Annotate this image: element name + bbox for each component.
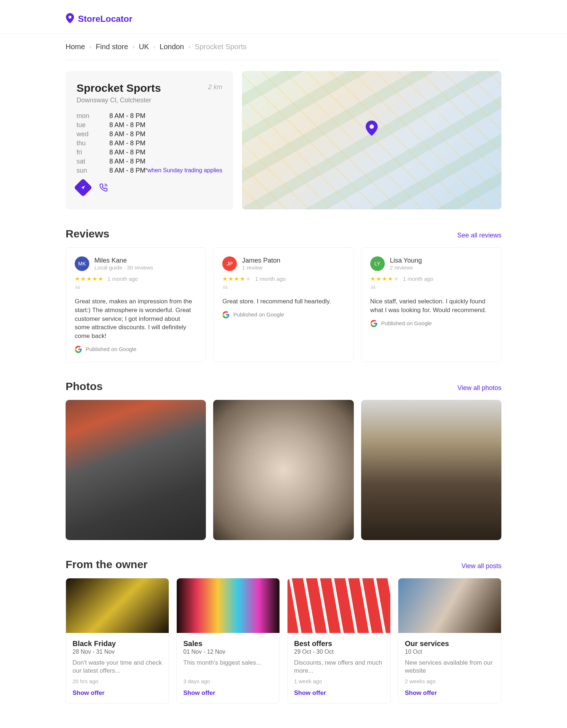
post-card: Sales 01 Nov - 12 Nov This month's bigge…	[176, 578, 280, 703]
post-date: 01 Nov - 12 Nov	[183, 649, 273, 655]
star-icon: ★	[86, 275, 91, 282]
review-text: Great store. I recommend full heartedly.	[222, 297, 344, 306]
post-description: Discounts, new offers and much more...	[294, 659, 384, 675]
quote-icon: ❝	[370, 287, 492, 292]
photos-title: Photos	[66, 380, 103, 393]
avatar: MK	[75, 256, 89, 271]
breadcrumb-current: Sprocket Sports	[195, 43, 246, 51]
star-icon: ★	[75, 275, 80, 282]
chevron-right-icon: ›	[188, 44, 190, 50]
hours-time: 8 AM - 8 PM	[109, 112, 145, 120]
chevron-right-icon: ›	[153, 44, 155, 50]
star-icon: ★	[394, 275, 399, 282]
review-rating: ★★★★★1 month ago	[222, 275, 344, 282]
post-age: 1 week ago	[294, 678, 384, 684]
reviewer-name: Lisa Young	[390, 257, 422, 264]
hours-note: *when Sunday trading applies	[77, 167, 222, 174]
star-icon: ★	[98, 275, 103, 282]
review-source: Published on Google	[222, 311, 344, 318]
view-all-photos-link[interactable]: View all photos	[457, 384, 501, 392]
review-rating: ★★★★★1 month ago	[75, 275, 197, 282]
star-icon: ★	[382, 275, 387, 282]
show-offer-link[interactable]: Show offer	[294, 689, 384, 697]
store-info-card: Sprocket Sports 2 km Downsway Cl, Colche…	[66, 71, 233, 209]
header: StoreLocator	[0, 0, 567, 34]
show-offer-link[interactable]: Show offer	[183, 689, 273, 697]
review-rating: ★★★★★1 month ago	[370, 275, 492, 282]
hours-row: mon8 AM - 8 PM	[77, 111, 222, 121]
show-offer-link[interactable]: Show offer	[73, 689, 162, 697]
avatar: JP	[222, 256, 237, 271]
star-icon: ★	[92, 275, 97, 282]
store-photo[interactable]	[213, 400, 353, 540]
post-date: 28 Nov - 31 Nov	[73, 649, 162, 655]
post-title: Our services	[405, 640, 494, 648]
hours-day: mon	[77, 112, 95, 120]
star-icon: ★	[388, 275, 393, 282]
post-age: 20 hrs ago	[73, 678, 162, 684]
store-photo[interactable]	[361, 400, 501, 540]
post-card: Black Friday 28 Nov - 31 Nov Don't waste…	[66, 578, 169, 703]
avatar: LY	[370, 256, 385, 271]
see-all-reviews-link[interactable]: See all reviews	[457, 232, 501, 239]
google-icon	[222, 311, 230, 318]
star-icon: ★	[376, 275, 381, 282]
reviewer-name: James Paton	[242, 257, 280, 264]
breadcrumb-link[interactable]: Find store	[96, 43, 128, 51]
store-photo[interactable]	[66, 400, 206, 540]
post-title: Best offers	[294, 640, 384, 648]
post-description: New services available from our website	[405, 659, 494, 675]
hours-time: 8 AM - 8 PM	[109, 167, 145, 174]
hours-time: 8 AM - 8 PM	[109, 130, 145, 138]
store-map[interactable]	[242, 71, 501, 209]
post-image[interactable]	[288, 578, 390, 633]
google-icon	[370, 320, 378, 327]
hours-day: sun	[77, 167, 95, 174]
hours-row: tue8 AM - 8 PM	[77, 121, 222, 130]
reviewer-subtitle: 1 review	[242, 264, 280, 271]
hours-time: 8 AM - 8 PM	[109, 149, 145, 156]
star-icon: ★	[228, 275, 233, 282]
brand-name[interactable]: StoreLocator	[78, 14, 132, 24]
hours-day: thu	[77, 139, 95, 147]
breadcrumb-link[interactable]: Home	[66, 43, 85, 51]
breadcrumb-link[interactable]: UK	[139, 43, 149, 51]
reviewer-subtitle: Local guide · 30 reviews	[94, 264, 153, 271]
hours-time: 8 AM - 8 PM	[109, 121, 145, 129]
view-all-posts-link[interactable]: View all posts	[461, 562, 501, 570]
chevron-right-icon: ›	[89, 44, 91, 50]
breadcrumb-link[interactable]: London	[160, 43, 184, 51]
post-image[interactable]	[398, 578, 501, 633]
show-offer-link[interactable]: Show offer	[405, 689, 494, 697]
star-icon: ★	[222, 275, 227, 282]
hours-row: thu8 AM - 8 PM	[77, 139, 222, 148]
hours-day: fri	[77, 149, 95, 156]
owner-posts-title: From the owner	[66, 558, 148, 571]
footer: HomeAbout usTerms&ConditionsPrivacy Poli…	[66, 725, 501, 728]
star-icon: ★	[234, 275, 239, 282]
quote-icon: ❝	[222, 287, 344, 292]
star-icon: ★	[246, 275, 251, 282]
hours-day: tue	[77, 121, 95, 129]
review-card: MK Miles Kane Local guide · 30 reviews ★…	[66, 247, 206, 362]
hours-row: sat8 AM - 8 PM	[77, 157, 222, 166]
store-distance: 2 km	[208, 83, 222, 91]
store-address: Downsway Cl, Colchester	[77, 97, 222, 104]
svg-point-0	[369, 125, 374, 129]
directions-button[interactable]	[74, 178, 93, 197]
call-button[interactable]	[97, 181, 110, 194]
post-title: Black Friday	[73, 640, 162, 648]
map-pin-icon	[365, 121, 378, 137]
logo-pin-icon	[66, 13, 74, 25]
breadcrumb: Home › Find store › UK › London › Sprock…	[66, 34, 501, 60]
hours-day: wed	[77, 130, 95, 138]
post-image[interactable]	[177, 578, 279, 633]
post-image[interactable]	[66, 578, 169, 633]
post-age: 3 days ago	[183, 678, 273, 684]
hours-row: fri8 AM - 8 PM	[77, 148, 222, 157]
review-time: 1 month ago	[403, 276, 433, 282]
post-description: Don't waste your time and check our late…	[73, 659, 162, 675]
hours-row: wed8 AM - 8 PM	[77, 130, 222, 139]
divider	[66, 60, 501, 60]
post-date: 29 Oct - 30 Oct	[294, 649, 384, 655]
